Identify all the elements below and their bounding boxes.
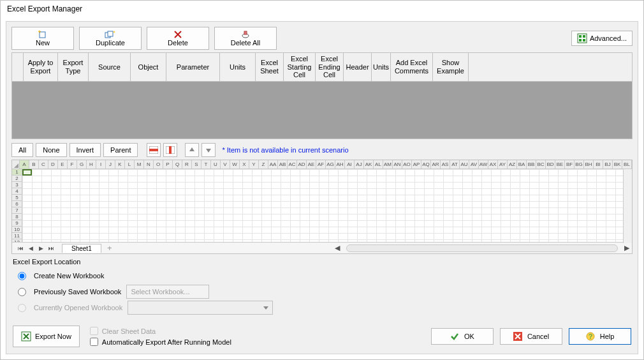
grid-col-units[interactable]: Units (372, 53, 391, 81)
grid-col-add-excel-comments[interactable]: Add Excel Comments (391, 53, 433, 81)
sheet-row-10[interactable]: 10 (12, 227, 22, 233)
sheet-col-M[interactable]: M (135, 160, 144, 169)
sheet-col-AE[interactable]: AE (307, 160, 316, 169)
sheet-col-BJ[interactable]: BJ (603, 160, 613, 169)
sheet-col-BL[interactable]: BL (622, 160, 632, 169)
sheet-col-K[interactable]: K (115, 160, 125, 169)
sheet-col-R[interactable]: R (182, 160, 192, 169)
move-up-icon[interactable] (185, 143, 199, 157)
sheet-col-AR[interactable]: AR (431, 160, 441, 169)
sheet-col-BB[interactable]: BB (527, 160, 536, 169)
select-workbook-button[interactable]: Select Workbook... (126, 285, 209, 299)
select-all-button[interactable]: All (11, 143, 33, 157)
sheet-row-9[interactable]: 9 (12, 220, 22, 227)
sheet-col-AT[interactable]: AT (450, 160, 460, 169)
sheet-hscroll[interactable] (346, 244, 618, 252)
grid-col-excel-ending-cell[interactable]: Excel Ending Cell (316, 53, 344, 81)
sheet-col-AY[interactable]: AY (498, 160, 508, 169)
sheet-row-11[interactable]: 11 (12, 233, 22, 239)
grid-col-source[interactable]: Source (89, 53, 131, 81)
sheet-col-P[interactable]: P (163, 160, 173, 169)
delete-button[interactable]: Delete (147, 27, 209, 50)
sheet-col-V[interactable]: V (221, 160, 230, 169)
sheet-col-AN[interactable]: AN (393, 160, 402, 169)
radio-create-new[interactable] (18, 272, 26, 280)
delete-all-button[interactable]: Delete All (214, 27, 277, 50)
duplicate-button[interactable]: Duplicate (79, 27, 142, 50)
sheet-row-6[interactable]: 6 (12, 201, 22, 207)
add-sheet-icon[interactable]: + (104, 244, 115, 253)
sheet-col-W[interactable]: W (230, 160, 240, 169)
sheet-col-BH[interactable]: BH (584, 160, 594, 169)
sheet-row-1[interactable]: 1 (12, 169, 22, 176)
select-parent-button[interactable]: Parent (103, 143, 138, 157)
sheet-col-G[interactable]: G (77, 160, 87, 169)
sheet-col-AX[interactable]: AX (488, 160, 498, 169)
sheet-col-J[interactable]: J (106, 160, 115, 169)
grid-col-object[interactable]: Object (131, 53, 166, 81)
grid-col-header[interactable]: Header (344, 53, 372, 81)
sheet-col-AK[interactable]: AK (364, 160, 374, 169)
sheet-col-BD[interactable]: BD (546, 160, 555, 169)
sheet-select-all[interactable] (12, 160, 20, 169)
cancel-button[interactable]: Cancel (500, 328, 562, 345)
sheet-col-BG[interactable]: BG (574, 160, 584, 169)
sheet-col-Q[interactable]: Q (173, 160, 182, 169)
sheet-col-AD[interactable]: AD (297, 160, 307, 169)
sheet-col-F[interactable]: F (68, 160, 77, 169)
sheet-col-C[interactable]: C (39, 160, 48, 169)
sheet-col-AI[interactable]: AI (345, 160, 355, 169)
sheet-col-AP[interactable]: AP (412, 160, 421, 169)
sheet-col-O[interactable]: O (154, 160, 163, 169)
sheet-col-S[interactable]: S (192, 160, 201, 169)
sheet-col-AW[interactable]: AW (479, 160, 488, 169)
auto-export-checkbox[interactable] (90, 338, 98, 346)
sheet-col-I[interactable]: I (96, 160, 106, 169)
sheet-col-AQ[interactable]: AQ (421, 160, 431, 169)
highlight-row-icon[interactable] (147, 143, 161, 157)
grid-col-excel-starting-cell[interactable]: Excel Starting Cell (284, 53, 316, 81)
sheet-col-BK[interactable]: BK (613, 160, 622, 169)
sheet-col-BF[interactable]: BF (565, 160, 574, 169)
sheet-col-U[interactable]: U (211, 160, 221, 169)
sheet-row-8[interactable]: 8 (12, 214, 22, 220)
select-none-button[interactable]: None (36, 143, 66, 157)
new-button[interactable]: New (11, 27, 74, 50)
sheet-col-BC[interactable]: BC (536, 160, 546, 169)
sheet-col-AS[interactable]: AS (441, 160, 450, 169)
sheet-cells[interactable] (22, 169, 632, 242)
grid-col-export-type[interactable]: Export Type (58, 53, 89, 81)
sheet-col-AO[interactable]: AO (402, 160, 412, 169)
sheet-col-AU[interactable]: AU (460, 160, 469, 169)
move-down-icon[interactable] (201, 143, 216, 157)
sheet-col-AZ[interactable]: AZ (508, 160, 517, 169)
sheet-col-X[interactable]: X (240, 160, 249, 169)
grid-col-excel-sheet[interactable]: Excel Sheet (256, 53, 284, 81)
sheet-col-BI[interactable]: BI (594, 160, 603, 169)
export-grid[interactable]: Apply to ExportExport TypeSourceObjectPa… (11, 52, 633, 139)
sheet-row-7[interactable]: 7 (12, 207, 22, 214)
hscroll-right-icon[interactable]: ▶ (622, 244, 632, 252)
sheet-col-AJ[interactable]: AJ (355, 160, 364, 169)
sheet-col-AF[interactable]: AF (316, 160, 326, 169)
grid-col-parameter[interactable]: Parameter (166, 53, 220, 81)
sheet-col-AG[interactable]: AG (326, 160, 335, 169)
sheet-col-Y[interactable]: Y (249, 160, 259, 169)
select-invert-button[interactable]: Invert (70, 143, 101, 157)
sheet-col-H[interactable]: H (87, 160, 96, 169)
sheet-col-AA[interactable]: AA (268, 160, 278, 169)
tab-prev-icon[interactable]: ◀ (26, 245, 35, 251)
sheet-col-L[interactable]: L (125, 160, 135, 169)
sheet-tab[interactable]: Sheet1 (62, 244, 101, 253)
highlight-col-icon[interactable] (163, 143, 177, 157)
sheet-col-AH[interactable]: AH (335, 160, 345, 169)
tab-last-icon[interactable]: ⏭ (47, 245, 55, 251)
sheet-col-AC[interactable]: AC (288, 160, 297, 169)
sheet-col-A[interactable]: A (20, 160, 29, 169)
sheet-col-BE[interactable]: BE (555, 160, 565, 169)
sheet-col-AM[interactable]: AM (383, 160, 393, 169)
radio-prev-saved[interactable] (18, 288, 26, 296)
sheet-row-4[interactable]: 4 (12, 188, 22, 195)
sheet-row-2[interactable]: 2 (12, 176, 22, 182)
ok-button[interactable]: OK (431, 328, 494, 345)
